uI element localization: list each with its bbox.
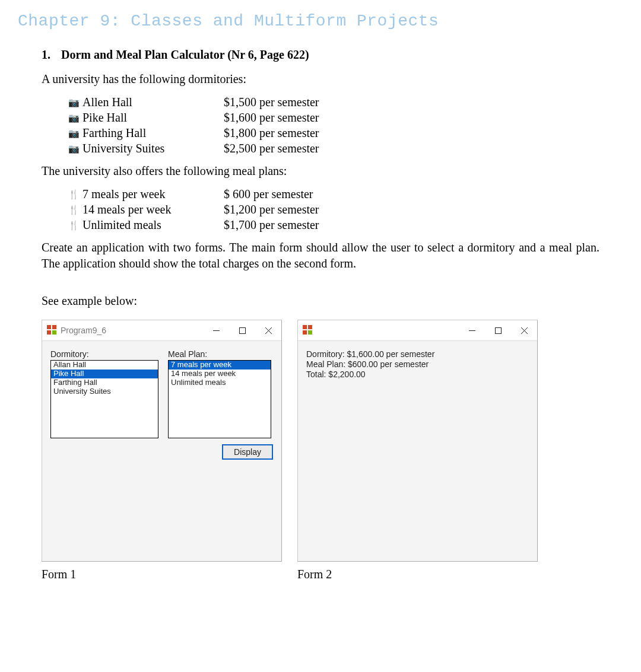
svg-rect-13	[495, 327, 501, 333]
mealplan-listbox[interactable]: 7 meals per week14 meals per weekUnlimit…	[168, 360, 271, 438]
svg-rect-5	[239, 327, 245, 333]
camera-icon: 📷	[68, 97, 82, 109]
meal-name: 14 meals per week	[82, 202, 224, 217]
meal-price: $ 600 per semester	[224, 186, 576, 202]
app-icon	[47, 325, 56, 335]
result-line: Dormitory: $1,600.00 per semester	[306, 349, 529, 359]
svg-rect-1	[52, 325, 56, 329]
exercise-title: Dorm and Meal Plan Calculator (Nr 6, Pag…	[61, 48, 309, 62]
knife-icon: 🍴	[68, 205, 82, 216]
meal-row: 🍴 7 meals per week $ 600 per semester	[68, 186, 576, 202]
form1-title: Program9_6	[61, 326, 106, 335]
list-item[interactable]: University Suites	[51, 387, 158, 396]
maximize-button[interactable]	[229, 321, 255, 340]
list-item[interactable]: Farthing Hall	[51, 378, 158, 387]
minimize-button[interactable]	[459, 321, 485, 340]
svg-rect-8	[303, 325, 307, 329]
result-line: Meal Plan: $600.00 per semester	[306, 359, 529, 370]
dorm-row: 📷 Pike Hall $1,600 per semester	[68, 110, 576, 125]
svg-rect-2	[47, 330, 51, 335]
knife-icon: 🍴	[68, 220, 82, 232]
maximize-button[interactable]	[485, 321, 511, 340]
list-item[interactable]: Unlimited meals	[169, 378, 271, 387]
dorm-price: $2,500 per semester	[224, 141, 576, 156]
result-lines: Dormitory: $1,600.00 per semesterMeal Pl…	[306, 349, 529, 379]
app-icon	[303, 325, 312, 335]
dorm-name: Allen Hall	[82, 94, 224, 110]
svg-rect-11	[308, 330, 312, 335]
instruction-text: Create an application with two forms. Th…	[42, 240, 599, 272]
list-item[interactable]: 7 meals per week	[169, 361, 271, 370]
minimize-button[interactable]	[203, 321, 229, 340]
close-button[interactable]	[511, 321, 537, 340]
dorm-price: $1,800 per semester	[224, 125, 576, 141]
meal-name: 7 meals per week	[82, 186, 224, 202]
see-example: See example below:	[42, 293, 599, 309]
dorm-row: 📷 University Suites $2,500 per semester	[68, 141, 576, 156]
chapter-title: Chapter 9: Classes and Multiform Project…	[18, 12, 623, 30]
meal-list: 🍴 7 meals per week $ 600 per semester 🍴 …	[68, 186, 576, 233]
form2-titlebar	[298, 320, 537, 341]
camera-icon: 📷	[68, 128, 82, 140]
meal-name: Unlimited meals	[82, 217, 224, 233]
display-button[interactable]: Display	[222, 444, 273, 460]
list-item[interactable]: Allan Hall	[51, 361, 158, 370]
form1-client: Dormitory: Allan HallPike HallFarthing H…	[42, 341, 281, 561]
dormitory-group: Dormitory: Allan HallPike HallFarthing H…	[50, 349, 158, 553]
dorm-list: 📷 Allen Hall $1,500 per semester 📷 Pike …	[68, 94, 576, 156]
window-controls	[459, 321, 537, 340]
dorm-name: Pike Hall	[82, 110, 224, 125]
list-item[interactable]: Pike Hall	[51, 370, 158, 378]
window-controls	[203, 321, 281, 340]
list-item[interactable]: 14 meals per week	[169, 370, 271, 378]
exercise-header: 1. Dorm and Meal Plan Calculator (Nr 6, …	[42, 48, 599, 62]
form2-client: Dormitory: $1,600.00 per semesterMeal Pl…	[298, 341, 537, 561]
result-line: Total: $2,200.00	[306, 370, 529, 380]
dorm-price: $1,600 per semester	[224, 110, 576, 125]
form2-window: Dormitory: $1,600.00 per semesterMeal Pl…	[297, 320, 538, 562]
form1-caption: Form 1	[42, 568, 282, 581]
meal-row: 🍴 14 meals per week $1,200 per semester	[68, 202, 576, 217]
intro-dorms: A university has the following dormitori…	[42, 71, 599, 87]
mealplan-label: Meal Plan:	[168, 349, 273, 359]
close-button[interactable]	[255, 321, 281, 340]
svg-rect-9	[308, 325, 312, 329]
svg-rect-3	[52, 330, 56, 335]
dorm-price: $1,500 per semester	[224, 94, 576, 110]
camera-icon: 📷	[68, 113, 82, 125]
dormitory-listbox[interactable]: Allan HallPike HallFarthing HallUniversi…	[50, 360, 158, 438]
form1-window: Program9_6 Dormitory: Allan HallPike Hal…	[42, 320, 282, 562]
svg-rect-10	[303, 330, 307, 335]
form2-caption: Form 2	[297, 568, 538, 581]
knife-icon: 🍴	[68, 189, 82, 201]
form2-column: Dormitory: $1,600.00 per semesterMeal Pl…	[297, 320, 538, 581]
form1-titlebar: Program9_6	[42, 320, 281, 341]
intro-meals: The university also offers the following…	[42, 163, 599, 179]
camera-icon: 📷	[68, 144, 82, 155]
dormitory-label: Dormitory:	[50, 349, 158, 359]
svg-rect-0	[47, 325, 51, 329]
form1-column: Program9_6 Dormitory: Allan HallPike Hal…	[42, 320, 282, 581]
meal-price: $1,200 per semester	[224, 202, 576, 217]
exercise-number: 1.	[42, 48, 50, 62]
meal-price: $1,700 per semester	[224, 217, 576, 233]
forms-area: Program9_6 Dormitory: Allan HallPike Hal…	[42, 320, 599, 581]
meal-row: 🍴 Unlimited meals $1,700 per semester	[68, 217, 576, 233]
dorm-row: 📷 Allen Hall $1,500 per semester	[68, 94, 576, 110]
dorm-name: University Suites	[82, 141, 224, 156]
dorm-name: Farthing Hall	[82, 125, 224, 141]
dorm-row: 📷 Farthing Hall $1,800 per semester	[68, 125, 576, 141]
mealplan-group: Meal Plan: 7 meals per week14 meals per …	[168, 349, 273, 553]
